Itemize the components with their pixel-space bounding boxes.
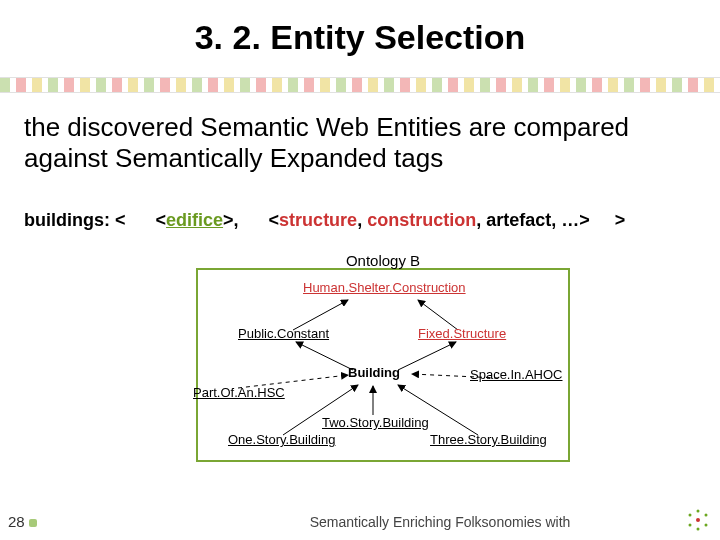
ontology-b-box: Ontology B Human.Shelter.Construction Pu… [196,268,570,462]
node-part-of-an-hsc: Part.Of.An.HSC [193,385,285,400]
tagline-structure: structure [279,210,357,230]
tagline-tail: , …> [551,210,590,230]
svg-line-2 [296,342,353,370]
node-public-constant: Public.Constant [238,326,329,341]
svg-point-9 [696,518,700,522]
tagline-close: > [615,210,626,230]
node-human-shelter-construction: Human.Shelter.Construction [303,280,466,295]
tagline-after-edifice: >, [223,210,239,230]
tagline-artefact: artefact [486,210,551,230]
corner-logo-icon [686,508,710,532]
tagline-c1: , [357,210,367,230]
tagline-prefix: buildings: < [24,210,126,230]
node-two-story-building: Two.Story.Building [322,415,429,430]
tagline-edifice: edifice [166,210,223,230]
slide-subtitle: the discovered Semantic Web Entities are… [24,112,696,174]
node-space-in-ahoc: Space.In.AHOC [470,367,563,382]
svg-point-12 [705,524,708,527]
tagline-open1b: < [156,210,167,230]
svg-point-13 [697,528,700,531]
divider-stripe [0,78,720,92]
svg-line-3 [398,342,456,370]
slide-title: 3. 2. Entity Selection [0,18,720,57]
node-building: Building [348,365,400,380]
footer-text: Semantically Enriching Folksonomies with [0,514,680,530]
ontology-b-title: Ontology B [340,252,426,269]
tagline-open2: < [269,210,280,230]
tagline-c2: , [476,210,486,230]
tagline-construction: construction [367,210,476,230]
node-three-story-building: Three.Story.Building [430,432,547,447]
svg-point-15 [689,514,692,517]
node-fixed-structure: Fixed.Structure [418,326,506,341]
svg-point-10 [697,510,700,513]
slide: 3. 2. Entity Selection the discovered Se… [0,0,720,540]
tag-expansion-line: buildings: < <edifice>, <structure, cons… [24,210,696,231]
svg-point-14 [689,524,692,527]
node-one-story-building: One.Story.Building [228,432,335,447]
svg-point-11 [705,514,708,517]
